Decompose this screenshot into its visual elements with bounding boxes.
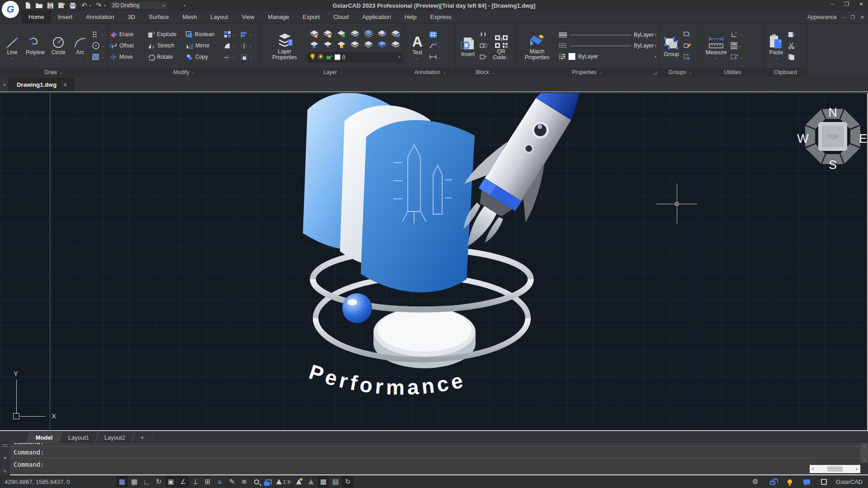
tab-mesh[interactable]: Mesh — [176, 11, 204, 23]
align-tool-button[interactable]: ⌄ — [241, 30, 253, 39]
save-as-icon[interactable] — [57, 1, 66, 9]
layer-sun-icon[interactable] — [317, 53, 324, 61]
layer-color-swatch[interactable] — [335, 54, 340, 60]
dynamic-input-toggle[interactable]: ⊞ — [202, 476, 213, 487]
color-select[interactable]: ByLayer ▾ — [558, 52, 656, 61]
layer-thaw-icon[interactable] — [322, 40, 333, 51]
panel-label-block[interactable]: Block⌄ — [456, 68, 515, 77]
sync-toggle[interactable]: ↻ — [342, 476, 353, 487]
tab-cloud[interactable]: Cloud — [326, 11, 355, 23]
layer-walk-icon[interactable] — [349, 29, 360, 40]
explode-button[interactable]: Explode — [148, 29, 181, 39]
block-edit-button[interactable] — [480, 41, 488, 50]
group-edit-button[interactable] — [683, 41, 691, 50]
feedback-icon[interactable] — [802, 476, 812, 487]
doc-restore-button[interactable]: ❐ — [850, 14, 855, 20]
object-snap-tracking-toggle[interactable]: ∠ — [178, 476, 189, 487]
isolate-objects-toggle[interactable]: ≋ — [239, 476, 250, 487]
clean-screen-toggle[interactable]: ▩ — [318, 476, 329, 487]
command-grip-handle[interactable] — [2, 444, 8, 447]
linetype-select[interactable]: ByLayer ▾ — [558, 41, 656, 50]
fillet-tool-button[interactable]: ⌄ — [224, 41, 236, 50]
panel-label-clipboard[interactable]: Clipboard — [764, 68, 807, 77]
panel-label-layer[interactable]: Layer⌄ — [261, 68, 405, 77]
mirror-button[interactable]: Mirror — [186, 41, 219, 51]
layer-current-icon[interactable] — [390, 29, 401, 40]
tab-surface[interactable]: Surface — [142, 11, 176, 23]
save-icon[interactable] — [46, 1, 54, 9]
layer-unlock-icon[interactable] — [336, 29, 347, 40]
group-button[interactable]: Group — [661, 26, 681, 66]
fullscreen-icon[interactable] — [819, 476, 830, 487]
text-button[interactable]: A Text⌄ — [407, 26, 427, 66]
tab-home[interactable]: Home — [22, 11, 51, 23]
tab-close-icon[interactable]: ✕ — [63, 82, 67, 88]
auto-annotation-toggle[interactable] — [306, 476, 316, 487]
layer-lock-state-icon[interactable] — [326, 54, 333, 61]
redo-button[interactable]: ↷ — [94, 1, 103, 9]
drawing-canvas[interactable]: Performance TOP N W E S Y X — [0, 93, 868, 431]
ungroup-button[interactable] — [683, 30, 691, 39]
layer-match-icon[interactable] — [349, 40, 360, 51]
object-snap-toggle[interactable]: ▣ — [165, 476, 176, 487]
tab-layout1[interactable]: Layout1 — [59, 432, 99, 443]
view-cube-north[interactable]: N — [828, 106, 837, 119]
panel-label-modify[interactable]: Modify⌄ — [108, 68, 261, 77]
scroll-down-icon[interactable]: ˅ — [863, 457, 865, 462]
layer-merge-icon[interactable] — [377, 40, 387, 51]
dynamic-ucs-toggle[interactable]: ⊥ — [190, 476, 201, 487]
tab-view[interactable]: View — [235, 11, 261, 23]
tab-export[interactable]: Export — [296, 11, 327, 23]
ortho-toggle[interactable]: ∟ — [141, 476, 152, 487]
polyline-button[interactable]: Polyline⌄ — [24, 26, 47, 66]
command-close-icon[interactable]: ✕ — [3, 455, 6, 461]
break-tool-button[interactable]: ⌄ — [241, 41, 253, 50]
annotation-visibility-toggle[interactable] — [293, 476, 304, 487]
layer-prev-icon[interactable] — [363, 40, 374, 51]
settings-gear-icon[interactable]: ⚙ — [750, 476, 761, 487]
redo-dropdown-icon[interactable]: ▾ — [104, 4, 106, 8]
layer-isolate-icon[interactable] — [363, 29, 374, 40]
grid-toggle[interactable]: ▦ — [129, 476, 140, 487]
arc-button[interactable]: Arc⌄ — [70, 26, 90, 66]
id-point-button[interactable]: ⌄ — [731, 30, 743, 39]
tab-layout2[interactable]: Layout2 — [95, 432, 135, 443]
layer-freeze-icon[interactable] — [322, 29, 333, 40]
layer-properties-button[interactable]: Layer Properties — [264, 26, 306, 66]
trim-tool-button[interactable]: ⌄ — [224, 52, 236, 61]
view-cube-west[interactable]: W — [797, 132, 809, 145]
tab-3d[interactable]: 3D — [121, 11, 142, 23]
add-layout-button[interactable]: + — [131, 432, 153, 443]
close-button[interactable]: ✕ — [857, 1, 865, 7]
qat-customize-icon[interactable]: ▾ — [184, 4, 185, 8]
tab-layout[interactable]: Layout — [204, 11, 235, 23]
group-select-button[interactable] — [683, 52, 691, 61]
tab-insert[interactable]: Insert — [51, 11, 80, 23]
properties-dialog-launcher[interactable]: ◿ — [653, 70, 657, 75]
print-icon[interactable] — [69, 1, 77, 9]
tab-annotation[interactable]: Annotation — [79, 11, 121, 23]
workspace-select[interactable]: 2D Drafting ▾ — [109, 1, 168, 9]
tab-scroll-left-icon[interactable]: ◂ — [0, 82, 8, 91]
view-cube-south[interactable]: S — [829, 158, 837, 172]
paste-button[interactable]: Paste⌄ — [766, 26, 786, 66]
scrollbar-thumb[interactable] — [827, 466, 843, 472]
panel-label-draw[interactable]: Draw⌄ — [0, 68, 107, 77]
appearance-dropdown[interactable]: Appearance▾ — [807, 14, 837, 20]
polar-tracking-toggle[interactable]: ↻ — [153, 476, 164, 487]
layer-dropdown[interactable]: 0 ▾ — [307, 52, 402, 62]
view-cube[interactable]: TOP N W E S — [797, 105, 868, 173]
erase-button[interactable]: Erase — [110, 29, 143, 39]
view-cube-east[interactable]: E — [859, 132, 867, 145]
new-file-icon[interactable] — [24, 1, 32, 9]
layer-lock-icon[interactable] — [336, 40, 347, 51]
command-horizontal-scrollbar[interactable]: ‹ › — [810, 465, 860, 473]
doc-minimize-button[interactable]: – — [842, 14, 845, 20]
tab-express[interactable]: Express — [424, 11, 458, 23]
tab-manage[interactable]: Manage — [261, 11, 296, 23]
layer-delete-icon[interactable] — [390, 40, 401, 51]
qr-code-button[interactable]: QR Code⌄ — [490, 26, 513, 66]
table-tool-button[interactable] — [429, 30, 442, 39]
panel-label-groups[interactable]: Groups⌄ — [659, 68, 701, 77]
doc-close-button[interactable]: ✕ — [860, 14, 864, 20]
